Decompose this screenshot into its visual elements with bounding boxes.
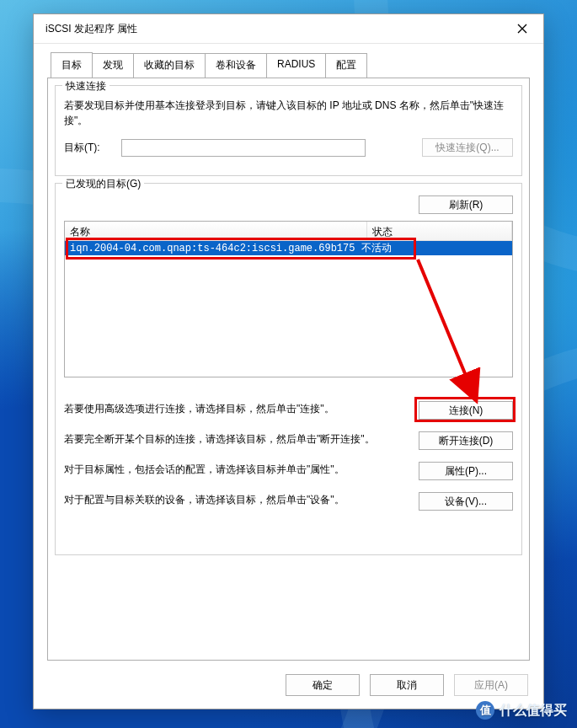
- group-legend: 已发现的目标(G): [62, 177, 144, 191]
- target-label: 目标(T):: [64, 141, 116, 155]
- column-status[interactable]: 状态: [367, 222, 512, 240]
- cell-status: 不活动: [356, 240, 512, 256]
- tab-page-targets: 快速连接 若要发现目标并使用基本连接登录到目标，请键入该目标的 IP 地址或 D…: [47, 78, 530, 661]
- cancel-button[interactable]: 取消: [370, 674, 444, 696]
- list-header[interactable]: 名称 状态: [65, 222, 512, 241]
- devices-hint: 对于配置与目标关联的设备，请选择该目标，然后单击"设备"。: [64, 492, 407, 507]
- tab-volumes-devices[interactable]: 卷和设备: [205, 53, 267, 78]
- ok-button[interactable]: 确定: [286, 674, 360, 696]
- watermark-logo-icon: 值: [476, 701, 494, 720]
- quick-connect-description: 若要发现目标并使用基本连接登录到目标，请键入该目标的 IP 地址或 DNS 名称…: [64, 98, 513, 128]
- properties-hint: 对于目标属性，包括会话的配置，请选择该目标并单击"属性"。: [64, 462, 407, 477]
- group-legend: 快速连接: [62, 79, 110, 94]
- refresh-button[interactable]: 刷新(R): [419, 195, 513, 214]
- list-row[interactable]: iqn.2004-04.com.qnap:ts-464c2:iscsi.game…: [65, 241, 512, 255]
- titlebar[interactable]: iSCSI 发起程序 属性: [34, 14, 543, 44]
- tab-radius[interactable]: RADIUS: [266, 53, 326, 78]
- quick-connect-button[interactable]: 快速连接(Q)...: [422, 138, 513, 157]
- tab-strip: 目标 发现 收藏的目标 卷和设备 RADIUS 配置: [47, 52, 530, 78]
- connect-button[interactable]: 连接(N): [419, 401, 513, 420]
- close-icon: [517, 24, 527, 34]
- connect-hint: 若要使用高级选项进行连接，请选择目标，然后单击"连接"。: [64, 401, 407, 416]
- tab-label: 收藏的目标: [144, 59, 195, 71]
- footer-buttons: 确定 取消 应用(A): [286, 674, 528, 696]
- tab-label: 发现: [103, 59, 123, 71]
- tab-label: 目标: [61, 59, 82, 71]
- apply-button[interactable]: 应用(A): [454, 674, 528, 696]
- tab-label: RADIUS: [277, 58, 315, 70]
- discovered-targets-list[interactable]: 名称 状态 iqn.2004-04.com.qnap:ts-464c2:iscs…: [64, 221, 513, 377]
- watermark-text: 什么值得买: [500, 702, 567, 720]
- close-button[interactable]: [503, 16, 542, 41]
- group-quick-connect: 快速连接 若要发现目标并使用基本连接登录到目标，请键入该目标的 IP 地址或 D…: [55, 85, 522, 176]
- column-name[interactable]: 名称: [65, 222, 367, 240]
- disconnect-button[interactable]: 断开连接(D): [419, 431, 513, 450]
- tab-label: 卷和设备: [216, 59, 256, 71]
- iscsi-initiator-properties-dialog: iSCSI 发起程序 属性 目标 发现 收藏的目标 卷和设备 RADIUS 配置…: [33, 13, 544, 709]
- group-discovered-targets: 已发现的目标(G) 刷新(R) 名称 状态 iqn.2004-04.com.qn…: [55, 183, 522, 555]
- disconnect-hint: 若要完全断开某个目标的连接，请选择该目标，然后单击"断开连接"。: [64, 431, 407, 447]
- tab-configuration[interactable]: 配置: [325, 53, 367, 78]
- target-input[interactable]: [121, 139, 366, 157]
- tab-label: 配置: [336, 59, 356, 71]
- cell-name: iqn.2004-04.com.qnap:ts-464c2:iscsi.game…: [65, 242, 356, 255]
- tab-favorites[interactable]: 收藏的目标: [133, 53, 206, 78]
- tab-targets[interactable]: 目标: [51, 52, 93, 78]
- watermark: 值 什么值得买: [476, 701, 567, 720]
- properties-button[interactable]: 属性(P)...: [419, 462, 513, 480]
- window-title: iSCSI 发起程序 属性: [45, 22, 137, 36]
- tab-discovery[interactable]: 发现: [92, 53, 134, 78]
- devices-button[interactable]: 设备(V)...: [419, 492, 513, 511]
